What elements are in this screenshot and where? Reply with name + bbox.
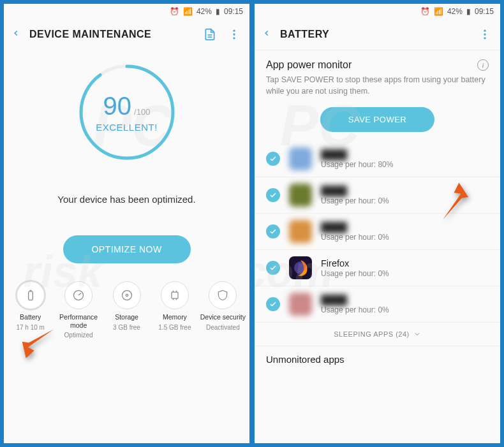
- app-icon: [289, 256, 312, 279]
- svg-point-20: [484, 37, 485, 39]
- app-row[interactable]: ████Usage per hour: 0%: [255, 214, 500, 250]
- svg-rect-13: [172, 292, 178, 298]
- back-button[interactable]: [11, 29, 20, 40]
- header: BATTERY: [255, 19, 500, 50]
- app-name: ████: [321, 295, 489, 305]
- battery-screen: PC .com ⏰ 📶 42% ▮ 09:15 BATTERY App powe…: [253, 3, 501, 444]
- tile-battery[interactable]: Battery 17 h 10 m: [6, 281, 54, 339]
- score-rating: EXCELLENT!: [96, 122, 158, 133]
- app-icon: [289, 184, 312, 207]
- svg-point-11: [122, 291, 131, 300]
- app-usage: Usage per hour: 0%: [321, 196, 489, 205]
- signal-icon: 📶: [434, 7, 443, 16]
- alarm-icon: ⏰: [420, 7, 430, 16]
- tile-performance[interactable]: Performance mode Optimized: [54, 281, 102, 339]
- app-usage: Usage per hour: 0%: [321, 269, 489, 278]
- status-bar: ⏰ 📶 42% ▮ 09:15: [255, 4, 500, 19]
- svg-point-4: [233, 37, 235, 39]
- app-row[interactable]: ████Usage per hour: 0%: [255, 286, 500, 323]
- svg-point-18: [484, 30, 485, 32]
- optimize-now-button[interactable]: OPTIMIZE NOW: [63, 235, 191, 263]
- app-name: ████: [321, 186, 489, 196]
- app-usage: Usage per hour: 80%: [321, 160, 489, 169]
- clock: 09:15: [224, 7, 243, 16]
- checkbox-icon[interactable]: [266, 224, 280, 238]
- app-list: ████Usage per hour: 80%████Usage per hou…: [255, 141, 500, 323]
- app-usage: Usage per hour: 0%: [321, 305, 489, 314]
- app-row[interactable]: ████Usage per hour: 80%: [255, 141, 500, 177]
- clock: 09:15: [475, 7, 494, 16]
- tile-security[interactable]: Device security Deactivated: [199, 281, 247, 339]
- sleeping-apps-toggle[interactable]: SLEEPING APPS (24): [255, 323, 500, 346]
- svg-point-19: [484, 33, 485, 35]
- app-row[interactable]: ████Usage per hour: 0%: [255, 177, 500, 214]
- app-icon: [289, 220, 312, 243]
- score-value: 90: [103, 92, 132, 121]
- score-ring: 90 /100 EXCELLENT!: [76, 61, 178, 163]
- checkbox-icon[interactable]: [266, 297, 280, 311]
- info-icon[interactable]: i: [477, 59, 489, 71]
- app-name: Firefox: [321, 258, 489, 268]
- battery-icon: ▮: [216, 7, 220, 16]
- category-tiles: Battery 17 h 10 m Performance mode Optim…: [4, 276, 249, 345]
- section-title: App power monitor: [266, 59, 352, 71]
- signal-icon: 📶: [183, 7, 193, 16]
- alarm-icon: ⏰: [170, 7, 179, 16]
- save-power-button[interactable]: SAVE POWER: [320, 107, 434, 132]
- header: DEVICE MAINTENANCE: [4, 19, 249, 50]
- battery-percent: 42%: [196, 7, 212, 16]
- page-title: DEVICE MAINTENANCE: [29, 29, 193, 40]
- tile-memory[interactable]: Memory 1.5 GB free: [151, 281, 198, 339]
- page-title: BATTERY: [280, 29, 468, 40]
- app-icon: [289, 147, 312, 170]
- unmonitored-apps-header[interactable]: Unmonitored apps: [255, 346, 500, 365]
- svg-line-10: [78, 293, 81, 295]
- back-button[interactable]: [262, 29, 271, 40]
- checkbox-icon[interactable]: [266, 188, 280, 202]
- app-icon: [289, 293, 312, 316]
- status-bar: ⏰ 📶 42% ▮ 09:15: [4, 4, 249, 19]
- section-description: Tap SAVE POWER to stop these apps from u…: [255, 73, 500, 103]
- svg-rect-7: [28, 291, 33, 300]
- app-name: ████: [321, 149, 489, 159]
- svg-point-2: [233, 30, 235, 32]
- score-max: /100: [134, 107, 150, 117]
- checkbox-icon[interactable]: [266, 261, 280, 275]
- optimized-message: Your device has been optimized.: [4, 194, 249, 205]
- device-maintenance-screen: PC risk ⏰ 📶 42% ▮ 09:15 DEVICE MAINTENAN…: [3, 3, 251, 444]
- more-menu-icon[interactable]: [226, 27, 242, 42]
- svg-point-12: [126, 294, 128, 296]
- section-header: App power monitor i: [255, 50, 500, 73]
- more-menu-icon[interactable]: [477, 27, 493, 42]
- checkbox-icon[interactable]: [266, 152, 280, 166]
- document-icon[interactable]: [202, 27, 218, 42]
- tile-storage[interactable]: Storage 3 GB free: [103, 281, 151, 339]
- svg-point-3: [233, 33, 235, 35]
- app-usage: Usage per hour: 0%: [321, 233, 489, 242]
- app-name: ████: [321, 222, 489, 232]
- battery-icon: ▮: [466, 7, 471, 16]
- battery-percent: 42%: [447, 7, 463, 16]
- app-row[interactable]: FirefoxUsage per hour: 0%: [255, 250, 500, 286]
